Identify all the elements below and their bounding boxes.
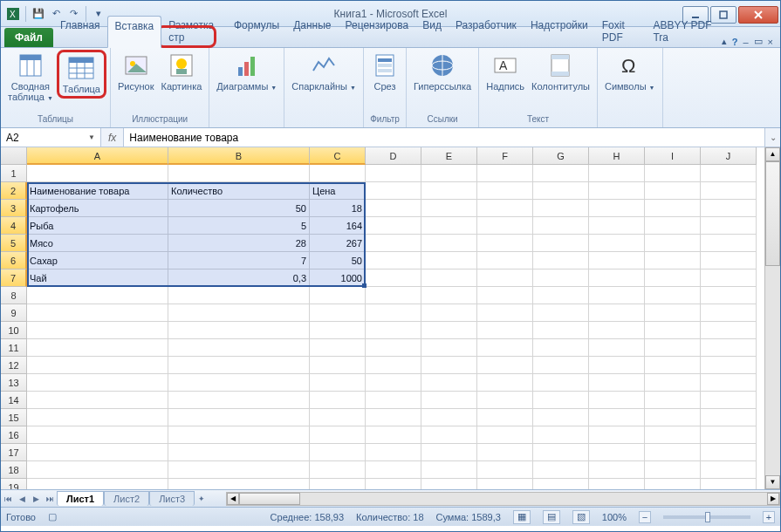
cell[interactable] bbox=[477, 374, 533, 392]
cell[interactable] bbox=[645, 479, 701, 489]
cell[interactable]: Сахар bbox=[27, 252, 168, 269]
cell[interactable] bbox=[168, 426, 310, 444]
column-header[interactable]: A bbox=[27, 147, 168, 165]
scroll-right-icon[interactable]: ▶ bbox=[767, 493, 779, 505]
cell[interactable] bbox=[366, 409, 421, 426]
chevron-down-icon[interactable]: ▼ bbox=[88, 133, 95, 141]
cell[interactable] bbox=[477, 182, 533, 200]
cell[interactable] bbox=[168, 479, 310, 489]
horizontal-scrollbar[interactable]: ◀ ▶ bbox=[226, 492, 780, 506]
expand-formula-icon[interactable]: ⌄ bbox=[764, 128, 780, 147]
row-header[interactable]: 16 bbox=[1, 426, 27, 444]
cell[interactable] bbox=[168, 339, 310, 357]
cell[interactable] bbox=[421, 426, 477, 444]
cell[interactable] bbox=[27, 392, 168, 409]
cell[interactable] bbox=[701, 374, 757, 392]
row-header[interactable]: 4 bbox=[1, 217, 27, 235]
cell[interactable] bbox=[701, 235, 757, 252]
cell[interactable] bbox=[589, 287, 645, 304]
cell[interactable] bbox=[477, 392, 533, 409]
cell[interactable] bbox=[477, 461, 533, 479]
zoom-slider[interactable] bbox=[663, 515, 750, 519]
ribbon-item-Рисунок[interactable]: Рисунок bbox=[114, 50, 158, 93]
cell[interactable] bbox=[477, 479, 533, 489]
cell[interactable] bbox=[27, 165, 168, 182]
ribbon-tab-9[interactable]: Foxit PDF bbox=[595, 16, 647, 47]
ribbon-item-Таблица[interactable]: Таблица bbox=[57, 50, 106, 99]
row-header[interactable]: 13 bbox=[1, 374, 27, 392]
cell[interactable] bbox=[27, 409, 168, 426]
cell[interactable] bbox=[645, 182, 701, 200]
ribbon-tab-2[interactable]: Разметка стр bbox=[161, 16, 227, 47]
cell[interactable] bbox=[310, 357, 366, 374]
cell[interactable] bbox=[645, 287, 701, 304]
row-header[interactable]: 10 bbox=[1, 322, 27, 339]
cell[interactable] bbox=[168, 304, 310, 322]
ribbon-item-Срез[interactable]: Срез bbox=[367, 50, 402, 93]
ribbon-tab-10[interactable]: ABBYY PDF Tra bbox=[646, 16, 721, 47]
sheet-nav-last-icon[interactable]: ⏭ bbox=[43, 494, 57, 503]
cell[interactable] bbox=[645, 409, 701, 426]
cell[interactable] bbox=[533, 182, 589, 200]
file-tab[interactable]: Файл bbox=[4, 28, 53, 47]
sheet-tab[interactable]: Лист3 bbox=[149, 491, 195, 506]
cell[interactable] bbox=[589, 374, 645, 392]
cell[interactable] bbox=[701, 269, 757, 287]
cell[interactable] bbox=[310, 165, 366, 182]
cell[interactable] bbox=[366, 392, 421, 409]
cell[interactable] bbox=[533, 392, 589, 409]
cell[interactable] bbox=[645, 322, 701, 339]
cell[interactable]: 5 bbox=[168, 217, 310, 235]
cell[interactable] bbox=[645, 165, 701, 182]
cell[interactable]: 0,3 bbox=[168, 269, 310, 287]
cell[interactable] bbox=[477, 252, 533, 269]
ribbon-item-Диаграммы[interactable]: Диаграммы ▼ bbox=[213, 50, 280, 93]
ribbon-item-Надпись[interactable]: AНадпись bbox=[483, 50, 528, 93]
save-icon[interactable]: 💾 bbox=[31, 7, 45, 21]
row-header[interactable]: 17 bbox=[1, 444, 27, 461]
cell[interactable]: 28 bbox=[168, 235, 310, 252]
column-header[interactable]: C bbox=[310, 147, 366, 165]
cell[interactable] bbox=[168, 461, 310, 479]
cell[interactable] bbox=[589, 165, 645, 182]
cell[interactable] bbox=[645, 374, 701, 392]
cell[interactable] bbox=[589, 426, 645, 444]
cell[interactable] bbox=[310, 322, 366, 339]
cell[interactable] bbox=[589, 235, 645, 252]
cell[interactable] bbox=[366, 252, 421, 269]
cell[interactable]: 164 bbox=[310, 217, 366, 235]
cell[interactable] bbox=[589, 392, 645, 409]
cell[interactable] bbox=[421, 339, 477, 357]
cell[interactable] bbox=[589, 409, 645, 426]
cell[interactable] bbox=[645, 269, 701, 287]
cell[interactable] bbox=[477, 409, 533, 426]
cell[interactable] bbox=[533, 217, 589, 235]
cell[interactable]: 50 bbox=[310, 252, 366, 269]
cell[interactable] bbox=[310, 339, 366, 357]
ribbon-item-Гиперссылка[interactable]: Гиперссылка bbox=[410, 50, 475, 93]
cell[interactable] bbox=[168, 322, 310, 339]
cell[interactable] bbox=[421, 461, 477, 479]
cell[interactable] bbox=[477, 287, 533, 304]
row-header[interactable]: 12 bbox=[1, 357, 27, 374]
scroll-thumb[interactable] bbox=[765, 161, 780, 266]
cell[interactable] bbox=[701, 426, 757, 444]
cell[interactable] bbox=[701, 461, 757, 479]
cell[interactable] bbox=[701, 182, 757, 200]
select-all-corner[interactable] bbox=[1, 147, 27, 165]
zoom-out-button[interactable]: − bbox=[639, 511, 651, 523]
cell[interactable] bbox=[421, 217, 477, 235]
cell[interactable] bbox=[421, 304, 477, 322]
cell[interactable] bbox=[310, 409, 366, 426]
cell[interactable] bbox=[168, 165, 310, 182]
cell[interactable] bbox=[421, 409, 477, 426]
cell[interactable] bbox=[421, 235, 477, 252]
macro-record-icon[interactable]: ▢ bbox=[48, 511, 57, 522]
cell[interactable] bbox=[366, 269, 421, 287]
row-header[interactable]: 1 bbox=[1, 165, 27, 182]
cell[interactable] bbox=[589, 252, 645, 269]
cell[interactable] bbox=[701, 392, 757, 409]
cell[interactable] bbox=[533, 304, 589, 322]
cell[interactable] bbox=[477, 444, 533, 461]
cell[interactable] bbox=[366, 182, 421, 200]
